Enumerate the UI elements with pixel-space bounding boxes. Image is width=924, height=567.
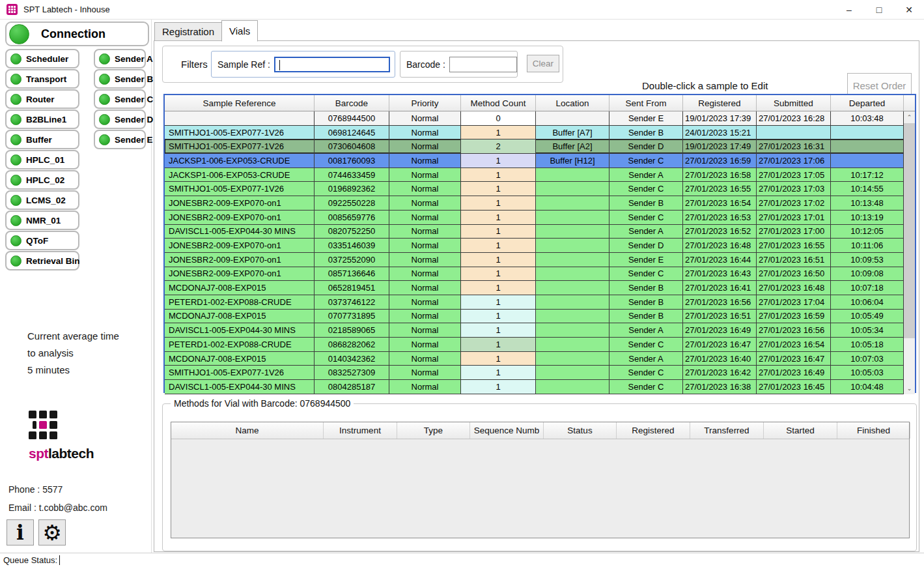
methods-column-header-type[interactable]: Type (397, 422, 470, 439)
table-row[interactable]: SMITHJO1-005-EXP077-1V260832527309Normal… (165, 366, 904, 380)
cell-departed (831, 126, 904, 139)
column-header-location[interactable]: Location (536, 95, 609, 111)
gear-icon: ⚙ (42, 522, 62, 544)
barcode-input[interactable] (449, 57, 517, 72)
settings-button[interactable]: ⚙ (38, 519, 66, 545)
cell-submitted: 27/01/2023 16:54 (757, 338, 831, 351)
cell-count: 0 (461, 111, 536, 125)
cell-priority: Normal (389, 352, 461, 366)
methods-table: NameInstrumentTypeSequence NumbStatusReg… (171, 422, 910, 538)
device-label: QToF (26, 236, 48, 246)
table-row[interactable]: JACKSP1-006-EXP053-CRUDE0744633459Normal… (165, 168, 904, 182)
vials-tab-page: Filters Sample Ref : Barcode : Clear Dou… (154, 40, 919, 552)
cell-sample: MCDONAJ7-008-EXP015 (165, 310, 315, 323)
column-header-registered[interactable]: Registered (683, 95, 757, 111)
table-row[interactable]: JONESBR2-009-EXP070-on10085659776Normal1… (165, 211, 904, 225)
table-row[interactable]: DAVISCL1-005-EXP044-30 MINS0804285187Nor… (165, 380, 904, 394)
table-row[interactable]: PETERD1-002-EXP088-CRUDE0373746122Normal… (165, 295, 904, 310)
sidebar-item-b2bline1[interactable]: B2BLine1 (5, 109, 79, 129)
methods-column-header-name[interactable]: Name (171, 422, 324, 439)
column-header-method-count[interactable]: Method Count (461, 95, 536, 111)
status-led-icon (99, 94, 110, 105)
cell-sample: JACKSP1-006-EXP053-CRUDE (165, 168, 315, 182)
sidebar-item-sender-e[interactable]: Sender E (94, 130, 146, 149)
sidebar-item-scheduler[interactable]: Scheduler (5, 49, 79, 68)
sidebar-item-transport[interactable]: Transport (5, 69, 79, 89)
close-button[interactable]: ✕ (894, 0, 924, 19)
methods-column-header-started[interactable]: Started (764, 422, 837, 439)
table-row[interactable]: DAVISCL1-005-EXP044-30 MINS0820752250Nor… (165, 225, 904, 239)
sidebar-item-sender-a[interactable]: Sender A (94, 49, 146, 68)
cell-barcode: 0730604608 (315, 139, 389, 153)
cell-sent: Sender C (609, 182, 683, 196)
cell-departed: 10:17:12 (831, 168, 904, 182)
scroll-down-icon[interactable]: ⌄ (904, 383, 915, 394)
cell-registered: 27/01/2023 16:44 (683, 253, 757, 267)
table-row[interactable]: SMITHJO1-005-EXP077-1V260698124645Normal… (165, 126, 904, 140)
column-header-submitted[interactable]: Submitted (757, 95, 831, 111)
sidebar-item-sender-c[interactable]: Sender C (94, 89, 146, 109)
column-header-priority[interactable]: Priority (389, 95, 461, 111)
column-header-barcode[interactable]: Barcode (315, 95, 389, 111)
table-row[interactable]: 0768944500Normal0Sender E19/01/2023 17:3… (165, 111, 904, 126)
table-row[interactable]: MCDONAJ7-008-EXP0150140342362Normal1Send… (165, 352, 904, 366)
cell-location (536, 211, 609, 224)
table-row[interactable]: MCDONAJ7-008-EXP0150652819451Normal1Send… (165, 281, 904, 295)
cell-registered: 27/01/2023 16:59 (683, 154, 757, 167)
vertical-scrollbar[interactable]: ⌃ ⌄ (904, 111, 915, 394)
sidebar-item-hplc-02[interactable]: HPLC_02 (5, 170, 79, 190)
sidebar-item-nmr-01[interactable]: NMR_01 (5, 211, 79, 230)
table-row[interactable]: PETERD1-002-EXP088-CRUDE0868282062Normal… (165, 338, 904, 352)
cell-sample: DAVISCL1-005-EXP044-30 MINS (165, 380, 315, 394)
methods-column-header-transferred[interactable]: Transferred (690, 422, 764, 439)
table-row[interactable]: JONESBR2-009-EXP070-on10372552090Normal1… (165, 253, 904, 267)
cell-count: 1 (461, 267, 536, 281)
cell-submitted: 27/01/2023 16:47 (757, 352, 831, 366)
methods-column-header-instrument[interactable]: Instrument (324, 422, 397, 439)
minimize-button[interactable]: – (834, 0, 864, 19)
sidebar-item-lcms-02[interactable]: LCMS_02 (5, 190, 79, 210)
tab-registration[interactable]: Registration (154, 22, 221, 41)
methods-column-header-sequence-numb[interactable]: Sequence Numb (470, 422, 544, 439)
table-row[interactable]: SMITHJO1-005-EXP077-1V260730604608Normal… (165, 139, 904, 154)
column-header-departed[interactable]: Departed (831, 95, 904, 111)
sample-ref-input[interactable] (274, 57, 390, 72)
maximize-button[interactable]: □ (864, 0, 894, 19)
methods-column-header-status[interactable]: Status (544, 422, 617, 439)
cell-count: 1 (461, 366, 536, 379)
cell-submitted: 27/01/2023 16:56 (757, 323, 831, 337)
table-row[interactable]: SMITHJO1-005-EXP077-1V260196892362Normal… (165, 182, 904, 196)
cell-count: 1 (461, 182, 536, 196)
tab-vials[interactable]: Vials (221, 20, 258, 42)
sidebar-item-buffer[interactable]: Buffer (5, 130, 79, 149)
sender-label: Sender D (115, 115, 153, 124)
device-button-column: SchedulerTransportRouterB2BLine1BufferHP… (5, 49, 79, 270)
sidebar-item-sender-d[interactable]: Sender D (94, 109, 146, 129)
sample-ref-panel: Sample Ref : (211, 51, 395, 78)
sidebar-item-router[interactable]: Router (5, 89, 79, 109)
table-row[interactable]: JONESBR2-009-EXP070-on10335146039Normal1… (165, 239, 904, 253)
clear-button[interactable]: Clear (527, 55, 559, 72)
methods-column-header-finished[interactable]: Finished (837, 422, 910, 439)
sidebar-item-hplc-01[interactable]: HPLC_01 (5, 150, 79, 169)
table-row[interactable]: MCDONAJ7-008-EXP0150707731895Normal1Send… (165, 310, 904, 324)
cell-sample: MCDONAJ7-008-EXP015 (165, 352, 315, 366)
info-button[interactable]: i (7, 519, 34, 545)
sidebar-item-qtof[interactable]: QToF (5, 231, 79, 250)
table-row[interactable]: JACKSP1-006-EXP053-CRUDE0081760093Normal… (165, 154, 904, 168)
table-row[interactable]: DAVISCL1-005-EXP044-30 MINS0218589065Nor… (165, 323, 904, 338)
sidebar-item-sender-b[interactable]: Sender B (94, 69, 146, 89)
cell-priority: Normal (389, 253, 461, 267)
cell-registered: 27/01/2023 16:42 (683, 366, 757, 379)
scrollbar-thumb[interactable] (904, 123, 915, 338)
cell-sample: SMITHJO1-005-EXP077-1V26 (165, 126, 315, 139)
scroll-up-icon[interactable]: ⌃ (904, 111, 915, 123)
methods-column-header-registered[interactable]: Registered (617, 422, 690, 439)
sidebar-item-retrieval-bin[interactable]: Retrieval Bin (5, 251, 79, 270)
column-header-sample-reference[interactable]: Sample Reference (165, 95, 315, 111)
status-led-icon (99, 53, 110, 65)
column-header-sent-from[interactable]: Sent From (609, 95, 683, 111)
table-row[interactable]: JONESBR2-009-EXP070-on10857136646Normal1… (165, 267, 904, 282)
connection-button[interactable]: Connection (5, 22, 149, 46)
table-row[interactable]: JONESBR2-009-EXP070-on10922550228Normal1… (165, 196, 904, 211)
